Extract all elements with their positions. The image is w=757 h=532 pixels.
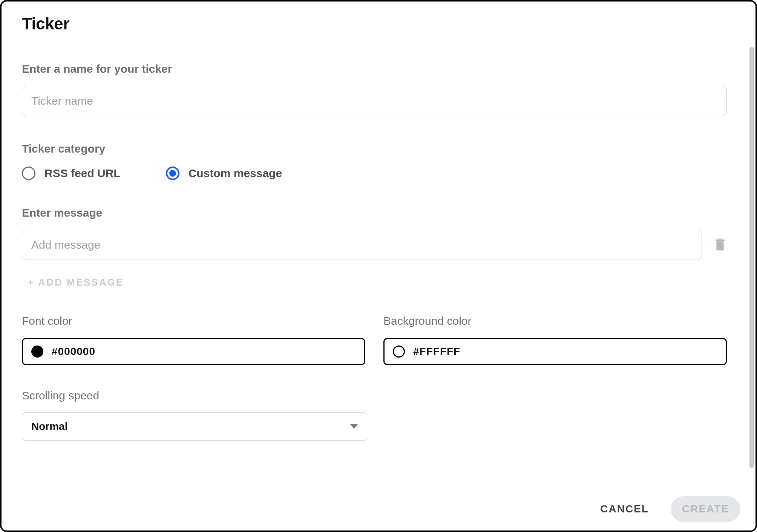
ticker-name-section: Enter a name for your ticker: [22, 63, 727, 116]
radio-icon-selected: [166, 167, 179, 180]
delete-message-button[interactable]: [713, 237, 727, 252]
font-color-swatch-icon: [31, 345, 43, 358]
font-color-col: Font color #000000: [22, 315, 365, 365]
scrolling-speed-section: Scrolling speed Normal: [22, 389, 727, 440]
ticker-name-input[interactable]: [22, 86, 727, 116]
ticker-category-section: Ticker category RSS feed URL Custom mess…: [22, 142, 727, 180]
trash-icon: [714, 238, 726, 251]
radio-custom-label: Custom message: [188, 167, 282, 180]
add-message-label: + ADD MESSAGE: [28, 277, 124, 288]
cancel-button[interactable]: CANCEL: [589, 496, 660, 522]
svg-rect-2: [718, 238, 722, 239]
font-color-value: #000000: [52, 345, 95, 358]
radio-rss-label: RSS feed URL: [44, 167, 121, 180]
category-radio-group: RSS feed URL Custom message: [22, 167, 727, 180]
create-button[interactable]: CREATE: [671, 496, 740, 522]
dialog-body-wrap: Ticker Enter a name for your ticker Tick…: [2, 2, 755, 487]
svg-rect-0: [716, 241, 723, 250]
font-color-field[interactable]: #000000: [22, 338, 365, 365]
scrolling-speed-value: Normal: [31, 420, 67, 433]
background-color-value: #FFFFFF: [413, 345, 460, 358]
scrollbar[interactable]: [747, 2, 755, 487]
dialog-body: Ticker Enter a name for your ticker Tick…: [2, 2, 747, 487]
dialog-title: Ticker: [22, 14, 727, 33]
add-message-button[interactable]: + ADD MESSAGE: [22, 277, 124, 288]
svg-rect-1: [716, 239, 725, 241]
background-color-swatch-icon: [393, 345, 405, 358]
radio-dot-icon: [169, 170, 176, 177]
scrolling-speed-select[interactable]: Normal: [22, 413, 367, 440]
scrollbar-thumb[interactable]: [749, 47, 754, 468]
font-color-label: Font color: [22, 315, 365, 327]
scrolling-speed-label: Scrolling speed: [22, 389, 727, 402]
enter-message-section: Enter message + ADD MESSAGE: [22, 206, 727, 288]
chevron-down-icon: [350, 424, 358, 429]
ticker-dialog: Ticker Enter a name for your ticker Tick…: [0, 0, 757, 532]
dialog-footer: CANCEL CREATE: [2, 487, 755, 530]
radio-icon: [22, 167, 35, 180]
radio-rss-feed[interactable]: RSS feed URL: [22, 167, 121, 180]
background-color-field[interactable]: #FFFFFF: [383, 338, 727, 365]
enter-message-label: Enter message: [22, 206, 727, 219]
message-input[interactable]: [22, 230, 702, 260]
color-row: Font color #000000 Background color #FFF…: [22, 315, 727, 365]
background-color-col: Background color #FFFFFF: [383, 315, 727, 365]
ticker-name-label: Enter a name for your ticker: [22, 63, 727, 75]
message-row: [22, 230, 727, 260]
radio-custom-message[interactable]: Custom message: [166, 167, 282, 180]
background-color-label: Background color: [383, 315, 727, 327]
ticker-category-label: Ticker category: [22, 142, 727, 155]
